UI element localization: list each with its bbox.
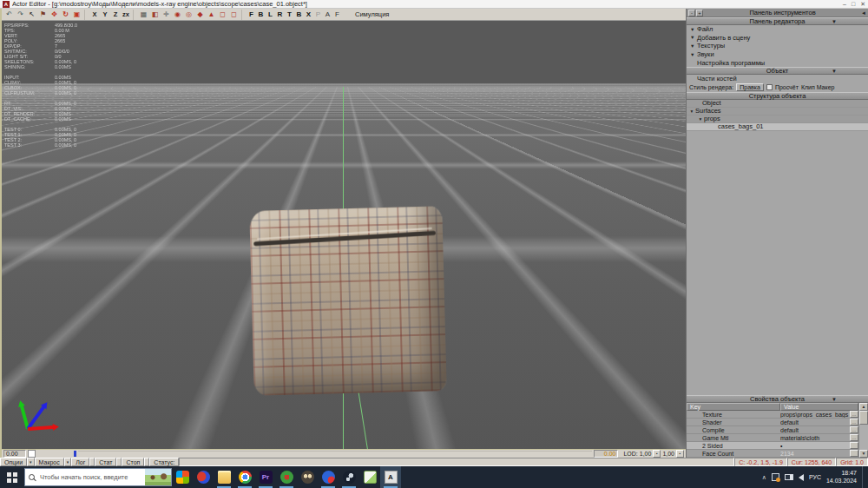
property-value[interactable]: props\props_cases_bags_01	[780, 412, 850, 418]
toolbar-icon[interactable]: ◎	[183, 10, 194, 20]
browse-button[interactable]: …	[850, 434, 858, 441]
search-input[interactable]	[38, 472, 145, 482]
property-value[interactable]: materials\cloth	[780, 435, 850, 441]
axis-constraint-button[interactable]: X	[89, 10, 100, 20]
property-row[interactable]: Compile default …	[687, 426, 868, 434]
toolbar-icon[interactable]: ◧	[149, 10, 161, 20]
property-value[interactable]: 2134	[780, 451, 850, 457]
editor-menu-item[interactable]: ▼ Звуки	[687, 50, 868, 59]
browse-button[interactable]: …	[850, 411, 858, 418]
taskbar-app-button[interactable]	[339, 466, 359, 488]
property-row[interactable]: Face Count 2134	[687, 450, 868, 458]
show-desktop-button[interactable]	[862, 466, 865, 488]
scroll-up-icon[interactable]: ▲	[859, 403, 868, 411]
tray-language-indicator[interactable]: РУС	[809, 474, 821, 480]
browse-button[interactable]	[850, 442, 858, 449]
scroll-down-icon[interactable]: ▼	[859, 450, 868, 458]
taskbar-app-button[interactable]	[172, 466, 193, 488]
view-button[interactable]: P	[313, 10, 323, 20]
axis-constraint-button[interactable]: Z	[110, 10, 121, 20]
toolbar-icon[interactable]: ✚	[161, 10, 172, 20]
properties-scrollbar[interactable]: ▲ ▼	[858, 403, 868, 458]
tray-notification-app-icon[interactable]	[772, 473, 779, 481]
toolbar-icon[interactable]: ↶	[3, 10, 15, 20]
browse-button[interactable]: …	[850, 426, 858, 433]
taskbar-app-button[interactable]	[234, 466, 255, 488]
taskbar-app-button[interactable]	[359, 466, 380, 488]
view-button[interactable]: T	[285, 10, 294, 20]
bone-parts-item[interactable]: Части костей	[687, 75, 868, 83]
tree-row[interactable]: ▾ props	[687, 115, 868, 123]
section-object-properties[interactable]: Свойства объекта ▼	[687, 395, 868, 403]
tree-expand-icon[interactable]: ▾	[688, 109, 695, 114]
property-value[interactable]: default	[780, 427, 850, 433]
property-row[interactable]: Texture props\props_cases_bags_01 …	[687, 411, 868, 419]
property-row[interactable]: Shader default …	[687, 419, 868, 426]
taskbar-app-button[interactable]	[214, 466, 234, 488]
recalc-checkbox[interactable]	[766, 84, 773, 90]
maximize-button[interactable]: □	[852, 0, 855, 8]
editor-menu-item[interactable]: ▼ Файл	[687, 25, 868, 34]
start-button[interactable]	[0, 466, 24, 488]
lod-spinner-1[interactable]: ▪	[653, 450, 661, 458]
search-seasonal-art-icon[interactable]	[145, 469, 171, 485]
taskbar-app-button[interactable]: Pr	[255, 466, 276, 488]
render-style-dropdown[interactable]: Правка	[736, 83, 764, 91]
toolbar-icon[interactable]: ◉	[172, 10, 183, 20]
tree-expand-icon[interactable]: ▾	[697, 116, 704, 122]
panel-collapse-button[interactable]: -	[688, 10, 695, 16]
axis-constraint-button[interactable]: Y	[100, 10, 110, 20]
view-button[interactable]: B	[256, 10, 266, 20]
timeline-track[interactable]	[78, 451, 592, 458]
close-button[interactable]: ✕	[860, 0, 865, 8]
taskbar-search[interactable]	[24, 468, 172, 486]
section-editor-panel[interactable]: Панель редактора ▼	[687, 17, 868, 25]
minimize-button[interactable]: –	[843, 0, 846, 8]
view-button[interactable]: F	[332, 10, 342, 20]
status-button[interactable]: Стат	[95, 458, 116, 466]
section-object[interactable]: Объект ▼	[687, 67, 868, 75]
tray-volume-icon[interactable]	[799, 474, 804, 481]
status-button[interactable]: Стоп	[122, 458, 144, 466]
lod-spinner-2[interactable]: ▪	[676, 450, 684, 458]
taskbar-app-button[interactable]: A	[380, 466, 401, 488]
toolbar-icon[interactable]: ↻	[60, 10, 71, 20]
tray-clock[interactable]: 18:47 14.03.2024	[826, 470, 857, 485]
toolbar-icon[interactable]: ⚑	[37, 10, 49, 20]
status-button[interactable]: Лог	[71, 458, 89, 466]
toolbar-icon[interactable]: ◆	[194, 10, 206, 20]
tray-chevron-up-icon[interactable]: ∧	[762, 474, 766, 481]
status-button[interactable]: Макрос	[35, 458, 64, 466]
property-row[interactable]: 2 Sided •	[687, 442, 868, 450]
clip-maker-button[interactable]: Клип Макер	[801, 84, 835, 90]
property-value[interactable]: default	[780, 419, 850, 425]
editor-menu-item[interactable]: Настройка программы	[687, 58, 868, 67]
view-button[interactable]: X	[304, 10, 313, 20]
toolbar-icon[interactable]: ✥	[49, 10, 60, 20]
view-button[interactable]: L	[266, 10, 275, 20]
taskbar-app-button[interactable]	[193, 466, 214, 488]
taskbar-app-button[interactable]	[318, 466, 339, 488]
toolbar-icon[interactable]: ◻	[217, 10, 228, 20]
toolbar-icon[interactable]: ▦	[138, 10, 149, 20]
taskbar-app-button[interactable]	[297, 466, 318, 488]
view-button[interactable]: B	[294, 10, 304, 20]
scrollbar-thumb[interactable]	[859, 411, 868, 425]
editor-menu-item[interactable]: ▼ Текстуры	[687, 42, 868, 50]
anim-checkbox[interactable]	[28, 450, 36, 458]
section-object-structure[interactable]: Структура объекта	[687, 92, 868, 100]
property-value[interactable]: •	[780, 443, 850, 449]
panel-dock-arrow-icon[interactable]: ◄	[861, 10, 866, 16]
taskbar-app-button[interactable]	[276, 466, 297, 488]
simulation-toggle[interactable]: Симуляция	[355, 10, 389, 18]
browse-button[interactable]: …	[850, 419, 858, 425]
panel-expand-button[interactable]: +	[696, 10, 703, 16]
editor-menu-item[interactable]: ▼ Добавить в сцену	[687, 34, 868, 43]
status-button[interactable]: Опции	[0, 458, 27, 466]
status-button-dropdown-icon[interactable]: ▾	[64, 458, 72, 466]
browse-button[interactable]	[850, 450, 858, 457]
timeline-cursor[interactable]	[74, 451, 76, 457]
toolbar-icon[interactable]: ↖	[26, 10, 37, 20]
toolbar-icon[interactable]: ▲	[206, 10, 217, 20]
axis-constraint-button[interactable]: zx	[121, 10, 131, 20]
